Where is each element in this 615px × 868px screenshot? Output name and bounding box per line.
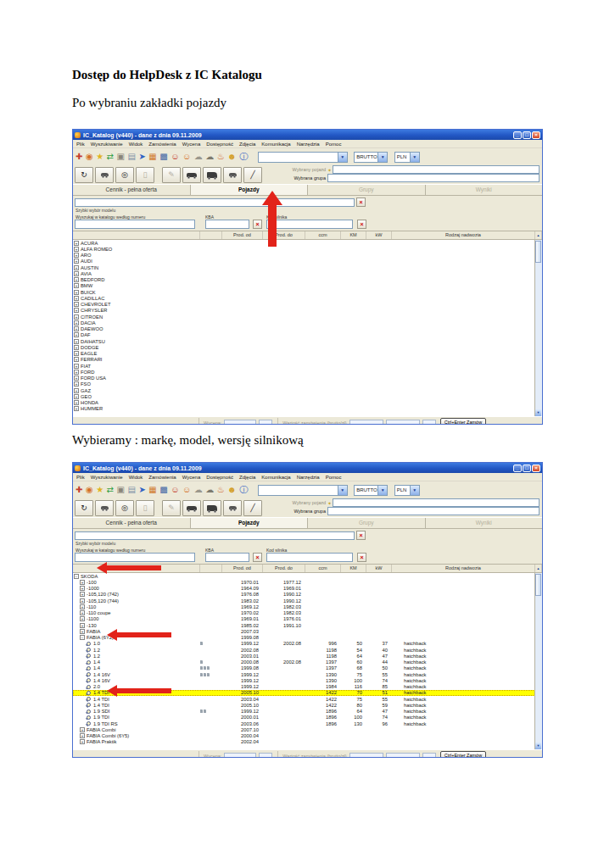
expand-icon[interactable]: + [80,604,85,609]
selected-vehicle-field[interactable] [333,498,540,507]
model-row[interactable]: +FABIA Combi2007.10 [73,726,542,732]
brand-row-ford[interactable]: +FORD [73,369,542,375]
brand-row-ferrari[interactable]: +FERRARI [73,357,542,363]
brand-row-avia[interactable]: +AVIA [73,270,542,276]
menu-wyszukiwanie[interactable]: Wyszukiwanie [91,142,123,147]
expand-icon[interactable]: + [74,308,79,313]
vehicle-search-combo[interactable]: ▼ [258,485,348,496]
wheels-button[interactable]: ◎ [115,167,134,183]
brand-row-fiat[interactable]: +FIAT [73,363,542,369]
menu-zdj-cia[interactable]: Zdjęcia [239,142,255,147]
engine-version-row[interactable]: 1.41999.0813976850hatchback [73,665,542,671]
scrollbar[interactable]: ▼ [534,573,542,749]
brand-row-acura[interactable]: +ACURA [73,240,542,246]
menu-widok[interactable]: Widok [129,142,143,147]
transfer-icon[interactable]: ⇄ [107,153,114,161]
star-icon[interactable]: ★ [96,153,103,161]
menu-wycena[interactable]: Wycena [182,475,201,480]
menu-widok[interactable]: Widok [129,475,143,480]
expand-icon[interactable]: + [74,271,79,276]
order-button[interactable]: Ctrl+Enter Zamów [440,418,486,425]
engine-code-input[interactable] [266,553,353,562]
expand-icon[interactable]: + [74,364,79,369]
expand-icon[interactable]: + [74,357,79,362]
brand-row-alfa-romeo[interactable]: +ALFA ROMEO [73,246,542,252]
engine-version-row[interactable]: 1.22003.0111986447hatchback [73,653,542,659]
help-icon[interactable]: ⓘ [239,486,248,494]
star-icon[interactable]: ★ [96,486,103,494]
quick-model-input[interactable] [75,198,355,207]
motorcycle-button[interactable] [223,167,242,183]
menu-narz-dzia[interactable]: Narzędzia [297,142,320,147]
expand-icon[interactable]: + [80,616,85,621]
maximize-button[interactable]: □ [523,465,531,472]
clear-icon[interactable]: × [253,553,262,562]
cloud-dark-icon[interactable]: ☁ [205,153,214,161]
wheels-button[interactable]: ◎ [115,500,134,516]
package-icon[interactable]: ▣ [116,153,124,161]
user-orange-icon[interactable]: ☺ [182,486,191,494]
package-icon[interactable]: ▣ [116,486,124,494]
menu-zam-wienia[interactable]: Zamówienia [148,475,176,480]
motorbike-button[interactable] [95,500,114,516]
model-row[interactable]: +FABIA Praktik2002.04 [73,739,542,745]
model-row[interactable]: +-1101969.121982.03 [73,604,542,609]
save-icon[interactable]: ▩ [159,153,167,161]
brand-row-geo[interactable]: +GEO [73,393,542,399]
order-button[interactable]: Ctrl+Enter Zamów [440,751,486,758]
cloud-dark-icon[interactable]: ☁ [205,486,214,494]
brand-row-daf[interactable]: +DAF [73,332,542,338]
engine-version-row[interactable]: 1.4 TDI2005.1014228059hatchback [73,702,542,708]
expand-icon[interactable]: + [74,247,79,252]
brand-row-daewoo[interactable]: +DAEWOO [73,326,542,332]
tab-pojazdy[interactable]: Pojazdy [191,518,309,528]
motorcycle-button[interactable] [223,500,242,516]
brand-row-citroen[interactable]: +CITROEN [73,314,542,320]
chevron-down-icon[interactable]: ▼ [377,153,387,162]
menu-dost-pno[interactable]: Dostępność [206,475,233,480]
menu-plik[interactable]: Plik [76,475,85,480]
kba-input[interactable] [205,220,249,229]
engine-version-row[interactable]: 1.9 SDI1999.1218966447hatchback [73,709,542,715]
model-row[interactable]: +-1301985.021991.10 [73,622,542,628]
clear-icon[interactable]: × [357,220,366,229]
vehicle-search-combo[interactable]: ▼ [258,152,348,163]
expand-icon[interactable]: + [80,580,85,585]
brand-row-audi[interactable]: +AUDI [73,259,542,264]
chevron-down-icon[interactable]: ▼ [377,486,387,495]
engine-version-row[interactable]: 1.9 TDI RS2003.06189613096hatchback [73,721,542,726]
brand-row-ford-usa[interactable]: +FORD USA [73,376,542,381]
menu-narz-dzia[interactable]: Narzędzia [297,475,320,480]
engine-version-row[interactable]: 1.9 TDI2000.01189610074hatchback [73,715,542,721]
menu-wyszukiwanie[interactable]: Wyszukiwanie [91,475,123,480]
brand-row-dodge[interactable]: +DODGE [73,344,542,350]
engine-version-row[interactable]: 1.22002.0811985440hatchback [73,647,542,653]
model-row[interactable]: −SKODA [73,573,542,579]
scroll-up-icon[interactable]: ▲ [535,231,542,239]
menu-pomoc[interactable]: Pomoc [326,142,342,147]
menu-komunikacja[interactable]: Komunikacja [261,475,290,480]
price-mode-combo[interactable]: BRUTTO ▼ [354,485,388,496]
expand-icon[interactable]: + [74,406,79,411]
expand-icon[interactable]: + [80,592,85,597]
number-search-input[interactable] [75,220,195,229]
expand-icon[interactable]: + [80,598,85,604]
model-row[interactable]: +-10001964.091969.01 [73,586,542,592]
selected-vehicle-field[interactable] [333,165,540,174]
photos-icon[interactable]: ▦ [148,153,156,161]
expand-icon[interactable]: + [74,296,79,301]
brand-row-daihatsu[interactable]: +DAIHATSU [73,338,542,344]
chevron-down-icon[interactable]: ▼ [410,153,419,162]
menu-zdj-cia[interactable]: Zdjęcia [239,475,255,480]
maximize-button[interactable]: □ [523,131,531,139]
tab-cennik-pe-na-oferta[interactable]: Cennik - pełna oferta [73,185,191,195]
scroll-down-icon[interactable]: ▼ [535,409,541,416]
flame-icon[interactable]: ♨ [217,153,225,161]
selected-group-field[interactable] [327,174,540,182]
expand-icon[interactable]: + [80,739,85,744]
brand-row-fso[interactable]: +FSO [73,381,542,387]
print-icon[interactable]: ▤ [127,153,135,161]
refresh-button[interactable]: ↻ [75,167,93,183]
quick-model-input[interactable] [75,531,355,540]
help-icon[interactable]: ⓘ [239,153,248,161]
